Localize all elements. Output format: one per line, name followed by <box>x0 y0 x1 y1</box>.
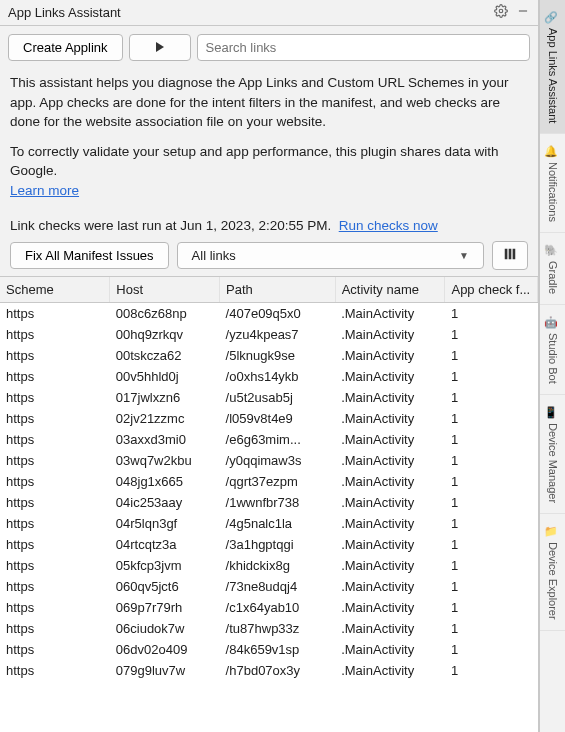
cell-host: 008c6z68np <box>110 303 220 325</box>
table-row[interactable]: https048jg1x665/qgrt37ezpm.MainActivity1 <box>0 471 538 492</box>
cell-path: /y0qqimaw3s <box>220 450 336 471</box>
cell-scheme: https <box>0 471 110 492</box>
cell-path: /e6g63mim... <box>220 429 336 450</box>
cell-host: 03axxd3mi0 <box>110 429 220 450</box>
table-row[interactable]: https00tskcza62/5lknugk9se.MainActivity1 <box>0 345 538 366</box>
gear-icon[interactable] <box>494 4 508 21</box>
cell-appcheck: 1 <box>445 366 538 387</box>
cell-activity: .MainActivity <box>335 471 445 492</box>
cell-host: 03wq7w2kbu <box>110 450 220 471</box>
svg-marker-2 <box>156 42 164 52</box>
cell-activity: .MainActivity <box>335 513 445 534</box>
cell-path: /o0xhs14ykb <box>220 366 336 387</box>
cell-scheme: https <box>0 408 110 429</box>
rail-item-app-links-assistant[interactable]: 🔗App Links Assistant <box>540 0 565 134</box>
table-row[interactable]: https06ciudok7w/tu87hwp33z.MainActivity1 <box>0 618 538 639</box>
cell-path: /h7bd07ox3y <box>220 660 336 681</box>
cell-path: /4g5nalc1la <box>220 513 336 534</box>
cell-host: 00v5hhld0j <box>110 366 220 387</box>
description-para2: To correctly validate your setup and app… <box>10 144 499 179</box>
rail-item-device-explorer[interactable]: 📁Device Explorer <box>540 514 565 631</box>
cell-appcheck: 1 <box>445 618 538 639</box>
fix-manifest-button[interactable]: Fix All Manifest Issues <box>10 242 169 269</box>
cell-path: /c1x64yab10 <box>220 597 336 618</box>
table-row[interactable]: https04r5lqn3gf/4g5nalc1la.MainActivity1 <box>0 513 538 534</box>
cell-host: 00hq9zrkqv <box>110 324 220 345</box>
cell-activity: .MainActivity <box>335 366 445 387</box>
cell-activity: .MainActivity <box>335 408 445 429</box>
links-filter-dropdown[interactable]: All links ▼ <box>177 242 484 269</box>
rail-item-studio-bot[interactable]: 🤖Studio Bot <box>540 305 565 395</box>
table-row[interactable]: https079g9luv7w/h7bd07ox3y.MainActivity1 <box>0 660 538 681</box>
cell-scheme: https <box>0 660 110 681</box>
cell-path: /qgrt37ezpm <box>220 471 336 492</box>
minimize-icon[interactable] <box>516 4 530 21</box>
cell-host: 069p7r79rh <box>110 597 220 618</box>
links-table: Scheme Host Path Activity name App check… <box>0 277 538 681</box>
cell-scheme: https <box>0 366 110 387</box>
cell-path: /l059v8t4e9 <box>220 408 336 429</box>
col-activity[interactable]: Activity name <box>335 277 445 303</box>
cell-appcheck: 1 <box>445 429 538 450</box>
panel-header: App Links Assistant <box>0 0 538 26</box>
rail-item-device-manager[interactable]: 📱Device Manager <box>540 395 565 514</box>
table-row[interactable]: https008c6z68np/407e09q5x0.MainActivity1 <box>0 303 538 325</box>
chevron-down-icon: ▼ <box>459 250 469 261</box>
svg-rect-3 <box>505 249 508 260</box>
table-row[interactable]: https017jwlxzn6/u5t2usab5j.MainActivity1 <box>0 387 538 408</box>
table-row[interactable]: https00hq9zrkqv/yzu4kpeas7.MainActivity1 <box>0 324 538 345</box>
table-row[interactable]: https00v5hhld0j/o0xhs14ykb.MainActivity1 <box>0 366 538 387</box>
table-row[interactable]: https04ic253aay/1wwnfbr738.MainActivity1 <box>0 492 538 513</box>
columns-button[interactable] <box>492 241 528 270</box>
col-appcheck[interactable]: App check f... <box>445 277 538 303</box>
cell-activity: .MainActivity <box>335 597 445 618</box>
table-row[interactable]: https069p7r79rh/c1x64yab10.MainActivity1 <box>0 597 538 618</box>
status-row: Link checks were last run at Jun 1, 2023… <box>0 212 538 241</box>
cell-appcheck: 1 <box>445 597 538 618</box>
col-path[interactable]: Path <box>220 277 336 303</box>
cell-path: /yzu4kpeas7 <box>220 324 336 345</box>
run-button[interactable] <box>129 34 191 61</box>
link-icon: 🔗 <box>547 10 559 22</box>
table-row[interactable]: https060qv5jct6/73ne8udqj4.MainActivity1 <box>0 576 538 597</box>
cell-appcheck: 1 <box>445 303 538 325</box>
table-row[interactable]: https05kfcp3jvm/khidckix8g.MainActivity1 <box>0 555 538 576</box>
cell-host: 079g9luv7w <box>110 660 220 681</box>
run-checks-now-link[interactable]: Run checks now <box>339 218 438 233</box>
cell-appcheck: 1 <box>445 345 538 366</box>
cell-host: 05kfcp3jvm <box>110 555 220 576</box>
table-row[interactable]: https02jv21zzmc/l059v8t4e9.MainActivity1 <box>0 408 538 429</box>
table-row[interactable]: https06dv02o409/84k659v1sp.MainActivity1 <box>0 639 538 660</box>
last-run-time: Jun 1, 2023, 2:20:55 PM <box>180 218 327 233</box>
cell-path: /73ne8udqj4 <box>220 576 336 597</box>
rail-item-notifications[interactable]: 🔔Notifications <box>540 134 565 233</box>
rail-label: Studio Bot <box>547 333 559 384</box>
create-applink-button[interactable]: Create Applink <box>8 34 123 61</box>
col-host[interactable]: Host <box>110 277 220 303</box>
phone-icon: 📱 <box>547 405 559 417</box>
cell-appcheck: 1 <box>445 639 538 660</box>
col-scheme[interactable]: Scheme <box>0 277 110 303</box>
cell-appcheck: 1 <box>445 387 538 408</box>
bell-icon: 🔔 <box>547 144 559 156</box>
table-row[interactable]: https03axxd3mi0/e6g63mim....MainActivity… <box>0 429 538 450</box>
rail-label: Device Manager <box>547 423 559 503</box>
learn-more-link[interactable]: Learn more <box>10 183 79 198</box>
links-table-wrap[interactable]: Scheme Host Path Activity name App check… <box>0 276 538 732</box>
cell-scheme: https <box>0 576 110 597</box>
cell-scheme: https <box>0 303 110 325</box>
cell-host: 04ic253aay <box>110 492 220 513</box>
filter-row: Fix All Manifest Issues All links ▼ <box>0 241 538 276</box>
cell-appcheck: 1 <box>445 492 538 513</box>
cell-activity: .MainActivity <box>335 303 445 325</box>
tool-window-rail: 🔗App Links Assistant🔔Notifications🐘Gradl… <box>539 0 565 732</box>
table-row[interactable]: https04rtcqtz3a/3a1hgptqgi.MainActivity1 <box>0 534 538 555</box>
play-icon <box>155 40 165 55</box>
cell-appcheck: 1 <box>445 408 538 429</box>
rail-item-gradle[interactable]: 🐘Gradle <box>540 233 565 305</box>
cell-scheme: https <box>0 639 110 660</box>
table-row[interactable]: https03wq7w2kbu/y0qqimaw3s.MainActivity1 <box>0 450 538 471</box>
cell-appcheck: 1 <box>445 324 538 345</box>
last-run-prefix: Link checks were last run at <box>10 218 180 233</box>
search-input[interactable] <box>197 34 530 61</box>
